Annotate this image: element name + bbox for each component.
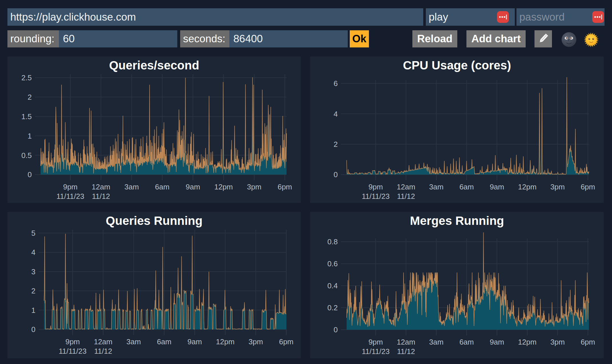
svg-text:9am: 9am [490, 338, 504, 346]
svg-text:2.5: 2.5 [21, 73, 32, 82]
svg-text:6am: 6am [459, 338, 474, 346]
svg-text:0: 0 [28, 170, 32, 179]
svg-text:1.5: 1.5 [21, 112, 32, 121]
svg-text:CPU Usage (cores): CPU Usage (cores) [403, 59, 511, 72]
svg-text:Merges Running: Merges Running [410, 214, 504, 227]
svg-text:6pm: 6pm [581, 183, 595, 191]
svg-text:11/12: 11/12 [397, 192, 415, 201]
svg-text:6am: 6am [459, 183, 474, 191]
svg-text:12pm: 12pm [214, 183, 233, 191]
svg-text:0.8: 0.8 [327, 237, 338, 246]
svg-text:2: 2 [28, 93, 32, 101]
svg-text:3am: 3am [126, 337, 141, 346]
svg-text:12am: 12am [397, 338, 415, 346]
svg-text:0: 0 [334, 325, 338, 334]
svg-text:3pm: 3pm [247, 183, 262, 191]
svg-text:3am: 3am [429, 338, 444, 346]
svg-text:3am: 3am [124, 183, 139, 191]
svg-text:6pm: 6pm [581, 338, 595, 346]
svg-text:12pm: 12pm [216, 337, 235, 346]
svg-text:9am: 9am [490, 183, 504, 191]
svg-text:12am: 12am [397, 183, 415, 191]
svg-text:4: 4 [31, 248, 35, 257]
svg-text:2: 2 [31, 287, 35, 295]
svg-text:2: 2 [334, 140, 338, 149]
svg-text:12pm: 12pm [518, 183, 537, 191]
svg-text:6pm: 6pm [278, 183, 292, 191]
svg-text:9pm: 9pm [65, 337, 80, 346]
svg-text:6pm: 6pm [279, 337, 294, 346]
svg-text:9am: 9am [186, 183, 200, 191]
svg-text:6am: 6am [155, 183, 170, 191]
svg-text:11/11/23: 11/11/23 [362, 347, 390, 356]
svg-text:0.2: 0.2 [327, 303, 338, 312]
svg-text:11/11/23: 11/11/23 [59, 347, 86, 355]
svg-text:3pm: 3pm [550, 338, 565, 346]
svg-text:9pm: 9pm [63, 183, 78, 191]
svg-text:0.4: 0.4 [327, 281, 338, 290]
svg-text:9pm: 9pm [368, 338, 383, 346]
svg-text:12am: 12am [92, 183, 110, 191]
svg-text:3pm: 3pm [550, 183, 565, 191]
svg-text:9pm: 9pm [368, 183, 383, 191]
svg-text:5: 5 [31, 229, 35, 237]
svg-text:11/12: 11/12 [92, 192, 110, 201]
svg-text:4: 4 [334, 110, 338, 118]
svg-text:3: 3 [31, 267, 35, 276]
svg-text:Queries/second: Queries/second [109, 59, 199, 72]
svg-text:1: 1 [31, 306, 35, 315]
svg-text:0: 0 [31, 325, 35, 334]
svg-text:0.6: 0.6 [327, 259, 338, 268]
svg-text:6: 6 [334, 79, 338, 88]
svg-text:11/11/23: 11/11/23 [56, 192, 84, 201]
svg-text:9am: 9am [188, 337, 202, 346]
svg-text:0: 0 [334, 170, 338, 179]
svg-text:3pm: 3pm [249, 337, 263, 346]
svg-text:11/11/23: 11/11/23 [362, 192, 390, 201]
svg-text:11/12: 11/12 [397, 347, 415, 356]
svg-text:12am: 12am [94, 337, 112, 346]
svg-text:11/12: 11/12 [94, 347, 112, 355]
svg-text:3am: 3am [429, 183, 444, 191]
svg-text:1: 1 [28, 132, 32, 140]
svg-text:12pm: 12pm [518, 338, 537, 346]
svg-text:0.5: 0.5 [21, 151, 32, 160]
svg-text:6am: 6am [157, 337, 172, 346]
svg-text:Queries Running: Queries Running [106, 214, 202, 227]
